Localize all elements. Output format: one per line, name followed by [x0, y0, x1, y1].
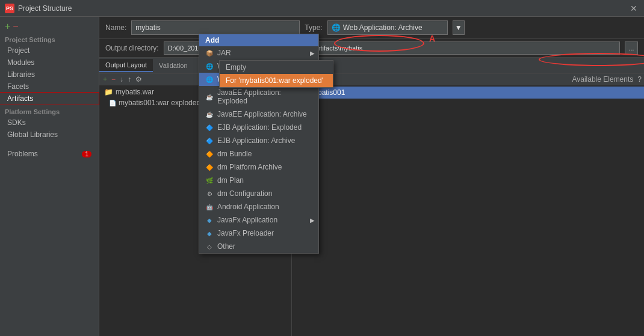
menu-item-javafx-app[interactable]: ◆ JavaFx Application ▶ [199, 213, 318, 227]
sidebar-item-artifacts[interactable]: Artifacts [0, 93, 99, 105]
name-input[interactable] [131, 20, 300, 35]
type-dropdown-button[interactable]: ▼ [453, 20, 465, 35]
dm-plan-icon: 🌿 [205, 176, 214, 185]
web-archive-icon: 🌐 [205, 75, 214, 84]
file-label: mybatis001:war exploded [119, 99, 200, 107]
title-bar: PS Project Structure ✕ [0, 0, 644, 17]
war-icon: 📁 [104, 88, 113, 96]
tab-validation[interactable]: Validation [153, 60, 194, 72]
project-settings-label: Project Settings [0, 34, 99, 44]
dm-configuration-icon: ⚙ [205, 189, 214, 198]
main-layout: + − Project Settings Project Modules Lib… [0, 17, 644, 336]
menu-item-label: JavaFx Application [217, 216, 277, 224]
add-button[interactable]: + [102, 75, 108, 84]
submenu-web-archive: Empty For 'mybatis001:war exploded' [219, 60, 333, 88]
dm-platform-archive-icon: 🔶 [205, 163, 214, 171]
ejb-exploded-icon: 🔷 [205, 123, 214, 132]
move-down-button[interactable]: ↓ [119, 75, 125, 84]
submenu-item-for-war-exploded[interactable]: For 'mybatis001:war exploded' [220, 74, 333, 87]
menu-item-dm-configuration[interactable]: ⚙ dm Configuration [199, 187, 318, 200]
type-select[interactable]: 🌐 Web Application: Archive [327, 20, 448, 35]
output-row: Output directory: ... [99, 39, 644, 58]
menu-item-javafx-preloader[interactable]: ◆ JavaFx Preloader [199, 227, 318, 240]
sidebar: + − Project Settings Project Modules Lib… [0, 17, 99, 336]
right-panel: Available Elements ? 📦 mybatis001 [292, 74, 644, 336]
output-label: Output directory: [105, 44, 159, 52]
window-title: Project Structure [18, 4, 72, 13]
available-item[interactable]: 📦 mybatis001 [292, 87, 644, 99]
menu-item-label: JAR [217, 49, 231, 57]
sidebar-remove-button[interactable]: − [13, 22, 18, 31]
type-label: Type: [305, 23, 322, 32]
menu-item-android-app[interactable]: 🤖 Android Application [199, 200, 318, 213]
tab-output-layout[interactable]: Output Layout [99, 59, 153, 72]
sidebar-toolbar: + − [0, 19, 99, 34]
arrow-right-icon: ▶ [310, 217, 315, 224]
jar-icon: 📦 [205, 49, 214, 57]
sidebar-item-modules[interactable]: Modules [0, 57, 99, 69]
other-icon: ◇ [205, 242, 214, 251]
right-panel-toolbar: Available Elements ? [292, 74, 644, 85]
menu-item-dm-platform-archive[interactable]: 🔶 dm Platform Archive [199, 160, 318, 174]
menu-item-ejb-exploded[interactable]: 🔷 EJB Application: Exploded [199, 121, 318, 134]
properties-button[interactable]: ⚙ [134, 75, 143, 84]
help-icon[interactable]: ? [637, 75, 642, 84]
menu-item-jar[interactable]: 📦 JAR ▶ [199, 46, 318, 60]
close-button[interactable]: ✕ [628, 3, 639, 14]
javaee-exploded-icon: ☕ [205, 93, 214, 101]
sidebar-item-project[interactable]: Project [0, 44, 99, 57]
menu-item-label: Other [217, 242, 235, 251]
tabs-row: Output Layout Validation Pre-processing … [99, 58, 644, 74]
sidebar-item-facets[interactable]: Facets [0, 81, 99, 93]
menu-item-dm-bundle[interactable]: 🔶 dm Bundle [199, 147, 318, 160]
remove-button[interactable]: − [110, 75, 117, 84]
menu-item-label: JavaFx Preloader [217, 229, 274, 237]
sidebar-item-global-libraries[interactable]: Global Libraries [0, 129, 99, 141]
menu-item-javaee-exploded[interactable]: ☕ JavaEE Application: Exploded [199, 86, 318, 108]
menu-item-label: dm Configuration [217, 189, 272, 198]
menu-item-label: JavaEE Application: Archive [217, 110, 307, 118]
menu-item-label: Android Application [217, 203, 279, 211]
javafx-preloader-icon: ◆ [205, 229, 214, 237]
sidebar-item-sdks[interactable]: SDKs [0, 117, 99, 129]
sidebar-add-button[interactable]: + [5, 22, 10, 31]
available-elements-label: Available Elements [294, 75, 636, 84]
menu-item-label: dm Bundle [217, 150, 252, 158]
menu-item-label: JavaEE Application: Exploded [217, 88, 312, 105]
name-type-row: Name: Type: 🌐 Web Application: Archive ▼ [99, 17, 644, 39]
javafx-app-icon: ◆ [205, 216, 214, 224]
menu-item-label: dm Plan [217, 176, 244, 185]
menu-item-label: EJB Application: Archive [217, 136, 295, 145]
sidebar-item-libraries[interactable]: Libraries [0, 69, 99, 81]
arrow-right-icon: ▶ [310, 50, 315, 57]
menu-item-label: EJB Application: Exploded [217, 123, 302, 132]
web-exploded-icon: 🌐 [205, 62, 214, 70]
output-browse-button[interactable]: ... [625, 41, 638, 55]
name-label: Name: [105, 23, 126, 32]
javaee-archive-icon: ☕ [205, 110, 214, 118]
type-icon: 🌐 [332, 23, 341, 32]
content-area: Name: Type: 🌐 Web Application: Archive ▼… [99, 17, 644, 336]
type-value: Web Application: Archive [343, 23, 423, 32]
menu-item-dm-plan[interactable]: 🌿 dm Plan [199, 174, 318, 187]
move-up-button[interactable]: ↑ [126, 75, 132, 84]
available-list: 📦 mybatis001 [292, 85, 644, 336]
menu-item-label: dm Platform Archive [217, 163, 282, 171]
problems-badge: 1 [82, 151, 91, 157]
submenu-item-empty[interactable]: Empty [220, 61, 333, 74]
sidebar-item-problems[interactable]: Problems 1 [0, 148, 99, 160]
menu-item-ejb-archive[interactable]: 🔷 EJB Application: Archive [199, 134, 318, 147]
ejb-archive-icon: 🔷 [205, 136, 214, 145]
menu-item-javaee-archive[interactable]: ☕ JavaEE Application: Archive [199, 108, 318, 121]
file-label: mybatis.war [116, 88, 154, 96]
menu-item-other[interactable]: ◇ Other [199, 240, 318, 253]
add-dropdown-title: Add [199, 34, 318, 46]
panel-area: + − ↓ ↑ ⚙ 📁 mybatis.war 📄 mybatis001:war… [99, 74, 644, 336]
exploded-icon: 📄 [109, 100, 116, 106]
dm-bundle-icon: 🔶 [205, 150, 214, 158]
app-icon: PS [5, 4, 14, 13]
platform-settings-label: Platform Settings [0, 105, 99, 117]
android-icon: 🤖 [205, 203, 214, 211]
